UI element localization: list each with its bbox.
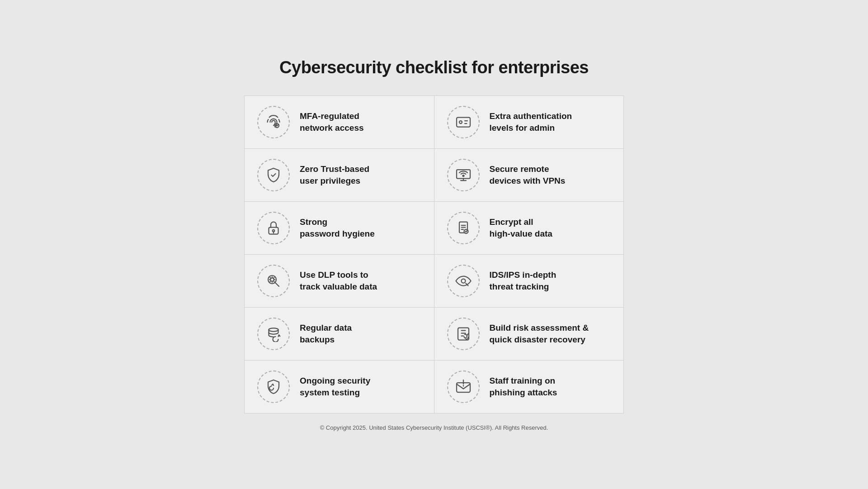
checklist-row: Zero Trust-baseduser privileges Secure r… [245, 149, 623, 202]
cell-text-dlp: Use DLP tools totrack valuable data [300, 269, 377, 292]
checklist-cell: Use DLP tools totrack valuable data [245, 255, 434, 307]
checklist-cell: MFA-regulatednetwork access [245, 96, 434, 148]
cell-text-zero-trust: Zero Trust-baseduser privileges [300, 163, 369, 186]
checklist-cell: Ongoing securitysystem testing [245, 361, 434, 413]
footer-text: © Copyright 2025. United States Cybersec… [320, 424, 548, 431]
cell-text-risk: Build risk assessment &quick disaster re… [490, 322, 589, 345]
checklist-cell: IDS/IPS in-depththreat tracking [434, 255, 624, 307]
cell-text-phishing: Staff training onphishing attacks [490, 375, 557, 398]
svg-rect-13 [458, 328, 469, 340]
monitor-wifi-icon [447, 159, 480, 191]
search-gear-icon [257, 265, 290, 297]
page-title: Cybersecurity checklist for enterprises [279, 58, 589, 77]
checklist-cell: Build risk assessment &quick disaster re… [434, 308, 624, 360]
mail-warning-icon [447, 370, 480, 403]
cell-text-password: Strongpassword hygiene [300, 216, 375, 239]
fingerprint-icon [257, 106, 290, 138]
checklist-cell: Extra authenticationlevels for admin [434, 96, 624, 148]
encrypt-icon [447, 212, 480, 244]
checklist-cell: Regular databackups [245, 308, 434, 360]
lock-icon [257, 212, 290, 244]
cell-text-vpn: Secure remotedevices with VPNs [490, 163, 566, 186]
cell-text-testing: Ongoing securitysystem testing [300, 375, 370, 398]
checklist-row: Ongoing securitysystem testing Staff tra… [245, 361, 623, 413]
cell-text-mfa: MFA-regulatednetwork access [300, 110, 364, 133]
svg-point-2 [459, 121, 462, 123]
checklist-row: Regular databackups Build risk assessmen… [245, 308, 623, 361]
cell-text-encrypt: Encrypt allhigh-value data [490, 216, 552, 239]
svg-point-4 [462, 175, 464, 176]
checklist-cell: Secure remotedevices with VPNs [434, 149, 624, 201]
svg-rect-1 [457, 118, 470, 127]
cell-text-extra-auth: Extra authenticationlevels for admin [490, 110, 572, 133]
shield-refresh-icon [257, 370, 290, 403]
fire-recovery-icon [447, 318, 480, 350]
database-refresh-icon [257, 318, 290, 350]
checklist-row: Strongpassword hygiene Encrypt allhigh-v… [245, 202, 623, 255]
checklist-cell: Strongpassword hygiene [245, 202, 434, 254]
cell-text-ids: IDS/IPS in-depththreat tracking [490, 269, 557, 292]
checklist-cell: Encrypt allhigh-value data [434, 202, 624, 254]
checklist-cell: Zero Trust-baseduser privileges [245, 149, 434, 201]
id-card-icon [447, 106, 480, 138]
cell-text-backup: Regular databackups [300, 322, 352, 345]
svg-point-11 [461, 279, 465, 283]
eye-search-icon [447, 265, 480, 297]
checklist-container: MFA-regulatednetwork access Extra authen… [244, 95, 624, 413]
shield-check-icon [257, 159, 290, 191]
checklist-row: MFA-regulatednetwork access Extra authen… [245, 96, 623, 149]
checklist-row: Use DLP tools totrack valuable data IDS/… [245, 255, 623, 308]
checklist-cell: Staff training onphishing attacks [434, 361, 624, 413]
svg-point-12 [269, 328, 278, 332]
